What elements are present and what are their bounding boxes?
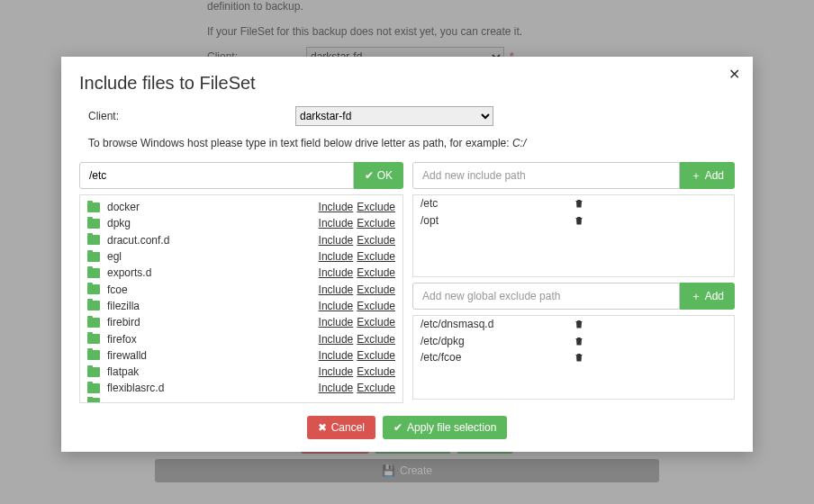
modal-title: Include files to FileSet bbox=[79, 73, 735, 94]
folder-icon bbox=[87, 252, 100, 262]
file-row[interactable]: fcoeIncludeExclude bbox=[80, 281, 402, 297]
exclude-link[interactable]: Exclude bbox=[357, 333, 395, 346]
file-name: flexiblasrc.d bbox=[107, 382, 319, 394]
include-item: /opt bbox=[413, 212, 734, 230]
exclude-path: /etc/fcoe bbox=[421, 351, 574, 364]
file-row[interactable]: dpkgIncludeExclude bbox=[80, 215, 402, 231]
exclude-link[interactable]: Exclude bbox=[357, 234, 395, 247]
trash-icon[interactable] bbox=[574, 336, 727, 346]
include-link[interactable]: Include bbox=[319, 333, 354, 346]
include-link[interactable]: Include bbox=[319, 234, 354, 247]
folder-icon bbox=[87, 219, 100, 229]
folder-icon bbox=[87, 350, 100, 360]
exclude-list: /etc/dnsmasq.d/etc/dpkg/etc/fcoe bbox=[412, 315, 735, 400]
include-list: /etc/opt bbox=[412, 194, 735, 277]
include-link[interactable]: Include bbox=[319, 201, 354, 213]
include-path: /opt bbox=[421, 214, 574, 227]
exclude-link[interactable]: Exclude bbox=[357, 382, 395, 394]
folder-icon bbox=[87, 268, 100, 278]
folder-icon bbox=[87, 367, 100, 377]
path-input[interactable] bbox=[79, 162, 354, 189]
file-name: exports.d bbox=[107, 266, 319, 279]
file-name: dpkg bbox=[107, 217, 319, 230]
modal-client-label: Client: bbox=[88, 110, 295, 122]
folder-icon bbox=[87, 318, 100, 328]
file-name: firebird bbox=[107, 316, 319, 328]
x-icon: ✖ bbox=[318, 421, 327, 434]
file-name: firewalld bbox=[107, 349, 319, 362]
folder-icon bbox=[87, 284, 100, 294]
file-row[interactable]: eglIncludeExclude bbox=[80, 248, 402, 265]
exclude-link[interactable]: Exclude bbox=[357, 300, 395, 312]
trash-icon[interactable] bbox=[574, 198, 727, 209]
file-name: flatpak bbox=[107, 365, 319, 378]
exclude-link[interactable]: Exclude bbox=[357, 365, 395, 378]
folder-icon bbox=[87, 383, 100, 393]
file-row[interactable]: firewalldIncludeExclude bbox=[80, 347, 402, 364]
folder-icon bbox=[87, 235, 100, 245]
file-row[interactable]: dockerIncludeExclude bbox=[80, 199, 402, 215]
exclude-item: /etc/fcoe bbox=[413, 349, 734, 366]
include-link[interactable]: Include bbox=[319, 217, 354, 230]
exclude-link[interactable]: Exclude bbox=[357, 250, 395, 263]
trash-icon[interactable] bbox=[574, 352, 727, 363]
include-files-modal: ✕ Include files to FileSet Client: darks… bbox=[61, 57, 753, 452]
apply-file-selection-button[interactable]: ✔ Apply file selection bbox=[383, 416, 507, 439]
file-row[interactable]: dracut.conf.dIncludeExclude bbox=[80, 232, 402, 248]
include-path: /etc bbox=[421, 197, 574, 210]
add-include-button[interactable]: ＋ Add bbox=[680, 162, 735, 189]
file-row[interactable]: filezillaIncludeExclude bbox=[80, 298, 402, 314]
exclude-link[interactable]: Exclude bbox=[357, 284, 395, 296]
browser-column: ✔ OK dockerIncludeExcludedpkgIncludeExcl… bbox=[79, 162, 403, 403]
exclude-link[interactable]: Exclude bbox=[357, 201, 395, 213]
path-ok-button[interactable]: ✔ OK bbox=[354, 162, 403, 189]
file-row[interactable]: firefoxIncludeExclude bbox=[80, 330, 402, 346]
file-name: docker bbox=[107, 201, 319, 213]
exclude-item: /etc/dnsmasq.d bbox=[413, 316, 734, 333]
file-name: egl bbox=[107, 250, 319, 263]
exclude-item: /etc/dpkg bbox=[413, 333, 734, 350]
exclude-path: /etc/dpkg bbox=[421, 335, 574, 347]
add-exclude-button[interactable]: ＋ Add bbox=[680, 283, 735, 310]
exclude-link[interactable]: Exclude bbox=[357, 316, 395, 328]
file-row[interactable]: firebirdIncludeExclude bbox=[80, 314, 402, 330]
exclude-link[interactable]: Exclude bbox=[357, 266, 395, 279]
modal-client-select[interactable]: darkstar-fd bbox=[295, 106, 493, 126]
folder-icon bbox=[87, 301, 100, 310]
modal-cancel-button[interactable]: ✖ Cancel bbox=[307, 416, 375, 439]
exclude-path-input[interactable] bbox=[412, 283, 680, 310]
trash-icon[interactable] bbox=[574, 319, 727, 329]
browse-hint: To browse Windows host please type in te… bbox=[88, 137, 735, 149]
file-browser[interactable]: dockerIncludeExcludedpkgIncludeExcludedr… bbox=[79, 194, 403, 403]
include-path-input[interactable] bbox=[412, 162, 680, 189]
include-link[interactable]: Include bbox=[319, 284, 354, 296]
paths-column: ＋ Add /etc/opt ＋ Add /etc/dnsmasq.d/etc/… bbox=[412, 162, 735, 403]
trash-icon[interactable] bbox=[574, 215, 727, 226]
file-name: dracut.conf.d bbox=[107, 234, 319, 247]
file-row[interactable]: flexiblasrc.dIncludeExclude bbox=[80, 380, 402, 396]
plus-icon: ＋ bbox=[691, 289, 701, 304]
include-link[interactable]: Include bbox=[319, 300, 354, 312]
file-name: fcoe bbox=[107, 284, 319, 296]
exclude-link[interactable]: Exclude bbox=[357, 349, 395, 362]
file-row[interactable]: flatpakIncludeExclude bbox=[80, 364, 402, 380]
include-link[interactable]: Include bbox=[319, 316, 354, 328]
check-icon: ✔ bbox=[393, 421, 402, 434]
include-item: /etc bbox=[413, 195, 734, 212]
check-icon: ✔ bbox=[365, 169, 374, 182]
folder-icon bbox=[87, 202, 100, 212]
modal-client-row: Client: darkstar-fd bbox=[88, 106, 735, 126]
include-link[interactable]: Include bbox=[319, 382, 354, 394]
include-link[interactable]: Include bbox=[319, 349, 354, 362]
folder-icon bbox=[87, 334, 100, 344]
exclude-path: /etc/dnsmasq.d bbox=[421, 318, 574, 330]
include-link[interactable]: Include bbox=[319, 365, 354, 378]
plus-icon: ＋ bbox=[691, 168, 701, 184]
modal-footer: ✖ Cancel ✔ Apply file selection bbox=[79, 416, 735, 439]
file-name: filezilla bbox=[107, 300, 319, 312]
close-icon[interactable]: ✕ bbox=[728, 66, 740, 83]
include-link[interactable]: Include bbox=[319, 250, 354, 263]
exclude-link[interactable]: Exclude bbox=[357, 217, 395, 230]
file-row[interactable]: exports.dIncludeExclude bbox=[80, 265, 402, 281]
include-link[interactable]: Include bbox=[319, 266, 354, 279]
